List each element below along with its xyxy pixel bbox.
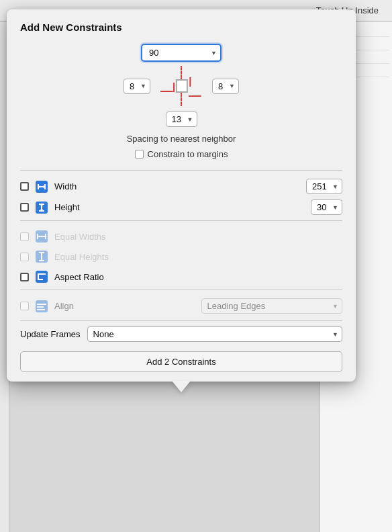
aspect-ratio-label: Aspect Ratio [54,272,342,282]
aspect-ratio-icon [34,269,49,284]
align-value-select[interactable]: Leading Edges Trailing Edges Top Edges B… [201,298,343,314]
right-arrow-icon: |⎯⎯ [189,76,202,96]
right-spacing-select[interactable]: 8 [212,79,239,94]
equal-heights-label: Equal Heights [54,252,342,262]
spacing-area: ▼ 8 ⎯⎯| |⎯⎯ [20,44,342,127]
svg-rect-19 [41,253,42,260]
align-dropdown-wrapper: Leading Edges Trailing Edges Top Edges B… [201,298,343,314]
constrain-margins-row: Constrain to margins [20,149,342,159]
bottom-spacing-row: 13 [166,112,197,127]
constrain-margins-checkbox[interactable] [135,150,144,159]
width-value-select[interactable]: 251 [306,179,342,194]
svg-rect-23 [38,273,39,280]
align-row: Align Leading Edges Trailing Edges Top E… [20,296,342,316]
update-frames-row: Update Frames None Items of New Constrai… [20,320,342,346]
svg-rect-13 [37,234,38,239]
svg-rect-25 [37,304,46,305]
align-icon-svg [35,300,48,313]
equal-heights-checkbox[interactable] [20,253,29,261]
svg-rect-14 [45,234,46,239]
equal-heights-icon [34,249,49,264]
height-label: Height [54,202,305,212]
width-row: Width 251 [20,176,342,197]
svg-rect-20 [36,271,48,283]
width-checkbox[interactable] [20,182,29,191]
left-spacing-wrapper: 8 [124,79,150,94]
divider-2 [20,220,342,221]
right-spacing-wrapper: 8 [212,79,239,94]
spacing-to-neighbor-label: Spacing to nearest neighbor [20,134,342,144]
equal-widths-label: Equal Widths [54,232,342,242]
aspect-ratio-row: Aspect Ratio [20,267,342,287]
bottom-spacing-wrapper: 13 [166,112,197,127]
width-icon [34,179,49,194]
equal-widths-icon [34,229,49,244]
equal-heights-row: Equal Heights [20,247,342,267]
svg-rect-26 [37,306,44,308]
align-icon [34,299,49,314]
update-frames-select[interactable]: None Items of New Constraints All Frames… [87,326,342,342]
equal-widths-checkbox[interactable] [20,232,29,241]
align-label: Align [54,301,196,311]
equal-widths-row: Equal Widths [20,226,342,247]
divider-3 [20,290,342,290]
height-checkbox[interactable] [20,203,29,212]
bottom-spacing-select[interactable]: 13 [166,112,197,127]
left-arrow-icon: ⎯⎯| [160,81,175,91]
top-spacing-row: ▼ [141,44,222,62]
svg-rect-17 [39,252,44,253]
width-value-wrapper: 251 [306,179,342,194]
aspect-ratio-checkbox[interactable] [20,273,29,281]
svg-rect-15 [38,236,45,237]
height-icon [34,200,49,215]
height-value-select[interactable]: 30 [311,200,342,215]
divider-1 [20,170,342,171]
update-frames-select-wrapper: None Items of New Constraints All Frames… [87,326,342,342]
aspect-ratio-icon-svg [35,270,48,283]
horizontal-arrow-group: ⎯⎯| |⎯⎯ [160,76,202,96]
top-spacing-input[interactable] [141,44,222,62]
add-constraints-button[interactable]: Add 2 Constraints [20,351,342,372]
equal-widths-icon-svg [35,230,48,243]
equal-heights-icon-svg [35,250,48,263]
constrain-margins-label: Constrain to margins [148,149,228,159]
popup-title: Add New Constraints [20,21,342,33]
add-constraints-popup: Add New Constraints ▼ 8 ⎯⎯| [7,9,356,382]
update-frames-label: Update Frames [20,329,81,339]
svg-rect-27 [37,309,45,310]
height-value-wrapper: 30 [311,200,342,215]
center-box [176,79,188,93]
width-label: Width [54,181,301,191]
height-icon-svg [35,201,48,214]
left-spacing-select[interactable]: 8 [124,79,150,94]
middle-spacing-row: 8 ⎯⎯| |⎯⎯ 8 [20,66,342,106]
align-checkbox[interactable] [20,302,29,310]
width-icon-svg [35,180,48,193]
spacing-visual: ⎯⎯| |⎯⎯ [154,66,208,106]
height-row: Height 30 [20,197,342,218]
svg-rect-18 [39,260,44,261]
top-input-wrapper: ▼ [141,44,222,62]
